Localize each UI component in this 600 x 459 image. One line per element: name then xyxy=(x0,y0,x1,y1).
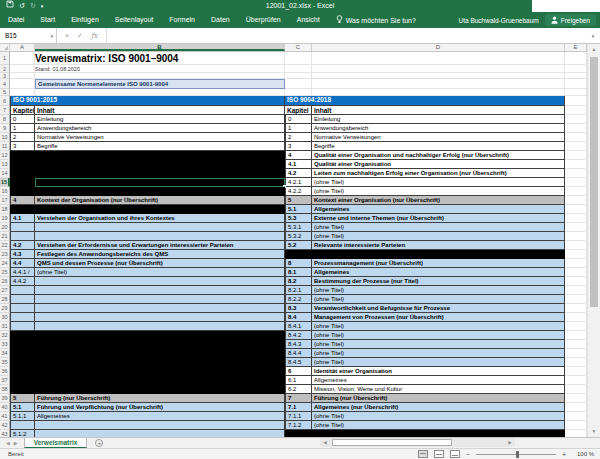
cell[interactable] xyxy=(285,89,312,96)
cell[interactable] xyxy=(565,142,587,151)
scroll-left-icon[interactable]: ◀ xyxy=(320,440,330,445)
cell-kapitel[interactable]: 8.4.5 xyxy=(285,358,312,367)
column-header-a[interactable]: A xyxy=(10,44,35,51)
cell[interactable] xyxy=(565,89,587,96)
cell[interactable] xyxy=(565,304,587,313)
cell-inhalt[interactable]: Verantwortlichkeit und Befugnisse für Pr… xyxy=(312,304,565,313)
cell-kapitel[interactable]: 5.3 xyxy=(285,214,312,223)
cell[interactable] xyxy=(565,358,587,367)
cell[interactable] xyxy=(565,214,587,223)
cell-kapitel[interactable]: 5.3.2 xyxy=(285,232,312,241)
cell[interactable] xyxy=(10,52,35,65)
cell-kapitel[interactable]: 8.4.4 xyxy=(285,349,312,358)
cell-kapitel[interactable]: 8.2 xyxy=(285,277,312,286)
cell-kapitel[interactable]: 1 xyxy=(285,124,312,133)
cell-kapitel[interactable]: 8.3 xyxy=(285,304,312,313)
row-header[interactable]: 15 xyxy=(0,178,10,187)
cell-inhalt[interactable]: Qualität einer Organisation xyxy=(312,160,565,169)
cell[interactable] xyxy=(565,187,587,196)
cell-inhalt[interactable]: Kontext einer Organisation (nur Überschr… xyxy=(312,196,565,205)
cell[interactable] xyxy=(565,376,587,385)
row-header[interactable]: 12 xyxy=(0,151,10,160)
ribbon-tab-einfügen[interactable]: Einfügen xyxy=(63,12,107,28)
name-box-dropdown-icon[interactable]: ▾ xyxy=(50,33,56,39)
cell-inhalt[interactable] xyxy=(35,421,285,430)
column-header-d[interactable]: D xyxy=(312,44,565,51)
cell[interactable] xyxy=(285,65,312,73)
ribbon-tab-ansicht[interactable]: Ansicht xyxy=(289,12,328,28)
cell[interactable] xyxy=(312,79,565,89)
cell-inhalt[interactable]: QMS und dessen Prozesse (nur Überschrift… xyxy=(35,259,285,268)
cell-kapitel[interactable]: 5.1.1 xyxy=(10,412,35,421)
cell-kapitel[interactable] xyxy=(10,295,35,304)
left-table-title-cell[interactable]: ISO 9001:2015 xyxy=(10,96,285,106)
cell-inhalt[interactable] xyxy=(35,322,285,331)
cell[interactable] xyxy=(285,52,312,65)
cell-inhalt[interactable]: (ohne Titel) xyxy=(312,187,565,196)
cell[interactable] xyxy=(565,277,587,286)
cell-kapitel[interactable] xyxy=(10,223,35,232)
row-header[interactable]: 21 xyxy=(0,232,10,241)
cell[interactable] xyxy=(565,313,587,322)
cell-kapitel[interactable]: 8.2.2 xyxy=(285,295,312,304)
cell-inhalt[interactable]: Allgemeines xyxy=(35,412,285,421)
account-name[interactable]: Uta Buchwald-Gruenebaum xyxy=(459,17,539,24)
cell[interactable] xyxy=(565,52,587,65)
row-header[interactable]: 41 xyxy=(0,412,10,421)
cell[interactable] xyxy=(10,65,35,73)
cell-inhalt[interactable]: (ohne Titel) xyxy=(312,295,565,304)
sheet-title-cell[interactable]: Verweismatrix: ISO 9001–9004 xyxy=(35,52,285,65)
cell-kapitel[interactable]: 8.4.1 xyxy=(285,322,312,331)
cell-kapitel[interactable]: 8.1 xyxy=(285,268,312,277)
cell[interactable] xyxy=(565,241,587,250)
column-header-c[interactable]: C xyxy=(285,44,312,51)
cell-kapitel[interactable] xyxy=(10,304,35,313)
cell-kapitel[interactable]: 8.4 xyxy=(285,313,312,322)
cell-kapitel[interactable] xyxy=(10,313,35,322)
cell-inhalt[interactable]: Begriffe xyxy=(312,142,565,151)
cell-inhalt[interactable] xyxy=(35,277,285,286)
cell[interactable] xyxy=(565,322,587,331)
right-table-title-cell[interactable]: ISO 9004:2018 xyxy=(285,96,565,106)
cell-kapitel[interactable]: 5.1.2 xyxy=(10,430,35,437)
cell-inhalt[interactable]: Führung und Verpflichtung (nur Überschri… xyxy=(35,403,285,412)
horizontal-scrollbar[interactable]: ◀ ▶ xyxy=(320,438,515,447)
cell-kapitel[interactable]: 6.1 xyxy=(285,376,312,385)
cell-kapitel[interactable]: 4.4 xyxy=(10,259,35,268)
cell-inhalt[interactable]: (ohne Titel) xyxy=(312,223,565,232)
cell-kapitel[interactable]: 4.2.1 xyxy=(285,178,312,187)
cell[interactable] xyxy=(565,124,587,133)
cell-kapitel[interactable] xyxy=(10,286,35,295)
cell-inhalt[interactable]: Führung (nur Überschrift) xyxy=(35,394,285,403)
insert-function-icon[interactable]: ƒx xyxy=(91,32,98,40)
cell-kapitel[interactable]: 0 xyxy=(10,115,35,124)
row-header[interactable]: 32 xyxy=(0,331,10,340)
cell[interactable] xyxy=(565,412,587,421)
cell-kapitel[interactable]: 2 xyxy=(285,133,312,142)
cell-inhalt[interactable]: (ohne Titel) xyxy=(312,232,565,241)
ribbon-display-options-icon[interactable] xyxy=(532,0,549,12)
cell-kapitel[interactable]: 0 xyxy=(285,115,312,124)
cell[interactable] xyxy=(565,115,587,124)
cell[interactable] xyxy=(565,403,587,412)
cell-inhalt[interactable]: (ohne Titel) xyxy=(35,268,285,277)
cell[interactable] xyxy=(565,223,587,232)
cell-inhalt[interactable] xyxy=(35,430,285,437)
zoom-slider[interactable] xyxy=(476,454,556,455)
row-header[interactable]: 8 xyxy=(0,115,10,124)
cell-kapitel[interactable]: 4.2.2 xyxy=(285,187,312,196)
row-header[interactable]: 10 xyxy=(0,133,10,142)
ribbon-tab-formeln[interactable]: Formeln xyxy=(161,12,203,28)
cell-inhalt[interactable]: Allgemeines xyxy=(312,376,565,385)
cell[interactable] xyxy=(565,79,587,89)
row-header[interactable]: 23 xyxy=(0,250,10,259)
cell-inhalt[interactable] xyxy=(35,223,285,232)
row-header[interactable]: 25 xyxy=(0,268,10,277)
cell-kapitel[interactable]: 5.2 xyxy=(285,241,312,250)
cell-kapitel[interactable]: 4.1 xyxy=(10,214,35,223)
cell-inhalt[interactable]: Allgemeines xyxy=(312,205,565,214)
cell-inhalt[interactable]: Allgemeines xyxy=(312,268,565,277)
row-header[interactable]: 35 xyxy=(0,358,10,367)
cell-inhalt[interactable]: Relevante interessierte Parteien xyxy=(312,241,565,250)
row-header[interactable]: 19 xyxy=(0,214,10,223)
